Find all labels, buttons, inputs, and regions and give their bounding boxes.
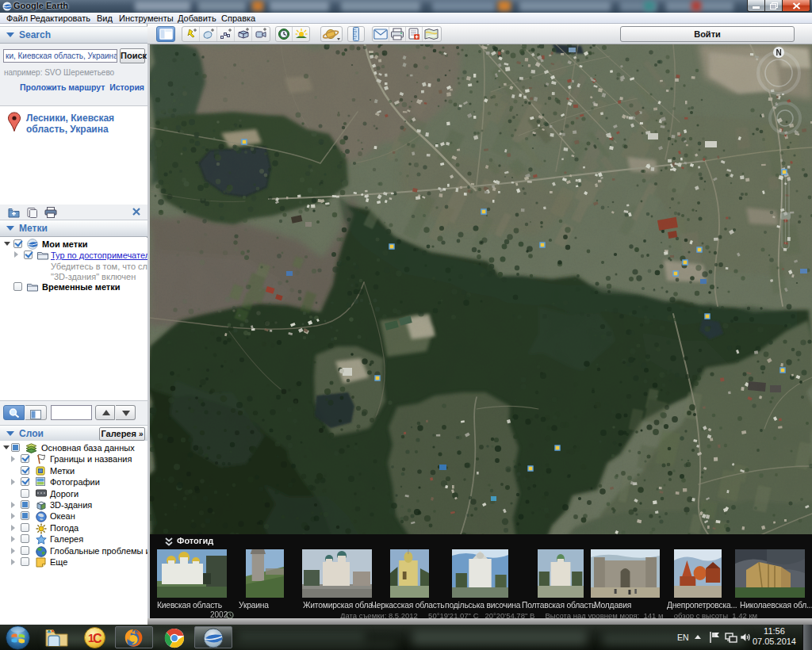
svg-text:C: C [93, 632, 102, 645]
svg-text:N: N [776, 48, 781, 57]
